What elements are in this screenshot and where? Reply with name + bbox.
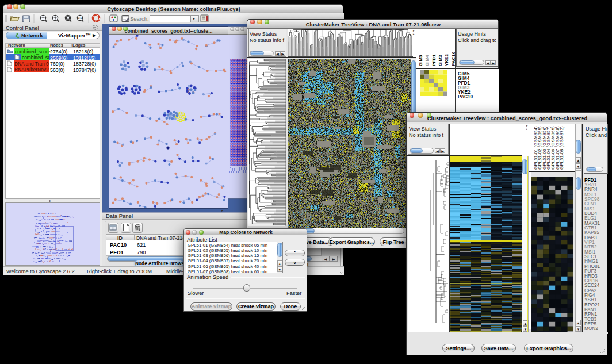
svg-text:1:1: 1:1 xyxy=(78,17,82,20)
